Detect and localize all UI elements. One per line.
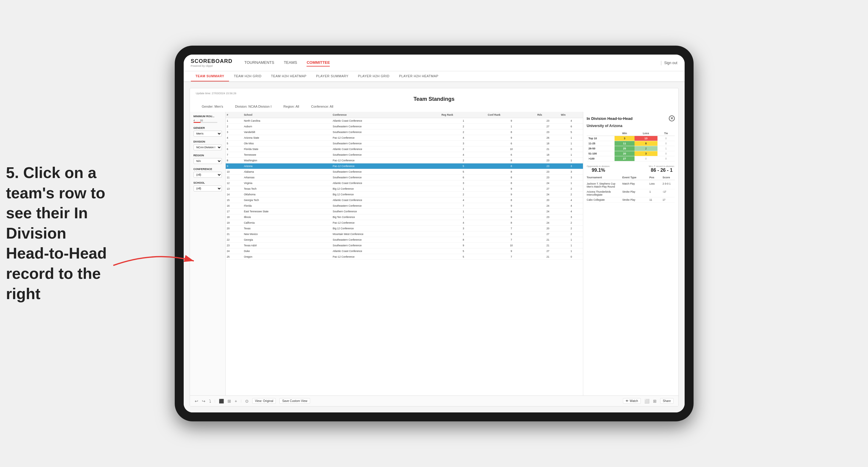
min-rounds-slider[interactable] [193,122,217,123]
table-row[interactable]: 3 Vanderbilt Southeastern Conference 2 8… [226,129,583,135]
tourney-col-score: Score [662,176,675,179]
table-row[interactable]: 2 Auburn Southeastern Conference 2 1 27 … [226,124,583,129]
top-nav-links: TOURNAMENTS TEAMS COMMITTEE [245,59,661,66]
watch-button[interactable]: 👁 Watch [623,398,641,404]
tourney-col-name: Tournament [587,176,621,179]
panel-header: Update time: 27/03/2024 15:56:26 Team St… [190,88,678,112]
col-school: School [243,112,332,118]
toolbar-right: 👁 Watch ⬜ ⊞ Share [623,398,674,404]
table-row[interactable]: 9 Arizona Pac-12 Conference 5 8 23 3 [226,163,583,169]
table-row[interactable]: 7 Tennessee Southeastern Conference 4 6 … [226,152,583,158]
main-content: Update time: 27/03/2024 15:56:26 Team St… [184,82,685,412]
h2h-header: In Division Head-to-Head ✕ [587,116,675,121]
h2h-close-button[interactable]: ✕ [669,116,675,121]
share-button[interactable]: Share [660,398,674,404]
h2h-col-tie: Tie [657,131,675,136]
h2h-col-loss: Loss [634,131,657,136]
tournament-row[interactable]: Cabo Collegiate Stroke Play 11 17 [587,197,675,203]
division-select[interactable]: NCAA Division I NCAA Division II [193,144,222,150]
tablet-screen: SCOREBOARD Powered by clippd TOURNAMENTS… [184,55,685,412]
subnav-team-h2h-heatmap[interactable]: TEAM H2H HEATMAP [266,71,311,82]
division-filter-label: Division: NCAA Division I [235,105,271,108]
table-row[interactable]: 13 Texas Tech Big 12 Conference 1 9 27 2 [226,186,583,192]
table-row[interactable]: 20 Texas Big 12 Conference 3 7 20 2 [226,226,583,231]
filter-group-school: School (All) [193,181,222,191]
panel-body: Minimum Rou... 4 — 20 [190,112,678,396]
table-row[interactable]: 1 North Carolina Atlantic Coast Conferen… [226,118,583,124]
toolbar-icon-5[interactable]: ⊞ [227,399,231,403]
toolbar-icon-4[interactable]: ⬛ [219,399,224,403]
h2h-table-row: Top 10 3 13 0 [587,136,675,141]
h2h-table-row: >100 27 0 0 [587,156,675,161]
nav-teams[interactable]: TEAMS [284,59,297,66]
toolbar-icon-2[interactable]: ↪ [202,399,206,403]
sign-out-button[interactable]: Sign out [664,61,677,65]
table-row[interactable]: 24 Duke Atlantic Coast Conference 5 9 27… [226,248,583,254]
table-row[interactable]: 25 Oregon Pac-12 Conference 5 7 21 0 [226,254,583,260]
table-row[interactable]: 10 Alabama Southeastern Conference 5 8 2… [226,169,583,175]
gender-filter-label: Gender: Men's [202,105,223,108]
col-rds: Rds [536,112,560,118]
school-select[interactable]: (All) [193,186,222,191]
h2h-title: In Division Head-to-Head [587,116,633,121]
toolbar-icon-8[interactable]: ⊞ [653,399,657,403]
toolbar-sep-1: | [215,399,216,403]
col-conference: Conference [332,112,440,118]
region-select[interactable]: N/A [193,158,222,164]
conference-select[interactable]: (All) [193,172,222,178]
h2h-table-row: 26-50 25 2 1 [587,146,675,151]
filter-group-gender: Gender Men's Women's [193,126,222,136]
table-row[interactable]: 14 Oklahoma Big 12 Conference 2 9 24 2 [226,192,583,197]
h2h-col-label [587,131,615,136]
nav-committee[interactable]: COMMITTEE [307,59,330,66]
table-row[interactable]: 6 Florida State Atlantic Coast Conferenc… [226,147,583,152]
tournament-row[interactable]: Arizona Thunderbirds Intercollegiate Str… [587,189,675,197]
logo-area: SCOREBOARD Powered by clippd [191,58,232,67]
toolbar-clock-icon[interactable]: ⊙ [245,399,249,403]
sub-nav: TEAM SUMMARY TEAM H2H GRID TEAM H2H HEAT… [184,71,685,82]
h2h-panel: In Division Head-to-Head ✕ University of… [583,112,678,396]
table-row[interactable]: 23 Texas A&M Southeastern Conference 9 1… [226,243,583,248]
filter-group-region: Region N/A [193,154,222,164]
subnav-player-h2h-heatmap[interactable]: PLAYER H2H HEATMAP [394,71,443,82]
h2h-table-header: Win Loss Tie [587,131,675,136]
table-row[interactable]: 12 Virginia Atlantic Coast Conference 3 … [226,180,583,186]
table-row[interactable]: 15 Georgia Tech Atlantic Coast Conferenc… [226,197,583,203]
update-time: Update time: 27/03/2024 15:56:26 [196,92,672,95]
save-custom-button[interactable]: Save Custom View [279,398,310,404]
app-panel: Update time: 27/03/2024 15:56:26 Team St… [190,88,679,406]
table-row[interactable]: 19 California Pac-12 Conference 4 8 24 2 [226,220,583,226]
subnav-player-summary[interactable]: PLAYER SUMMARY [311,71,353,82]
min-rounds-range: 4 — 20 [193,119,222,122]
toolbar-undo-icon[interactable]: ↩ [195,399,198,403]
tournament-row[interactable]: Jackson T. Stephens Cup Men's Match-Play… [587,181,675,189]
table-row[interactable]: 18 Illinois Big Ten Conference 1 9 23 3 [226,214,583,220]
nav-tournaments[interactable]: TOURNAMENTS [245,59,274,66]
table-row[interactable]: 16 Florida Southeastern Conference 7 9 2… [226,203,583,209]
table-row[interactable]: 8 Washington Pac-12 Conference 2 8 23 1 [226,158,583,163]
gender-select[interactable]: Men's Women's [193,131,222,136]
toolbar-icon-6[interactable]: + [235,399,237,403]
subnav-team-summary[interactable]: TEAM SUMMARY [191,71,229,82]
view-original-button[interactable]: View: Original [252,398,276,404]
table-row[interactable]: 22 Georgia Southeastern Conference 8 7 2… [226,237,583,243]
toolbar-icon-7[interactable]: ⬜ [644,399,649,403]
table-row[interactable]: 11 Arkansas Southeastern Conference 6 8 … [226,175,583,180]
nav-separator: | [660,60,662,66]
standings-table-area: # School Conference Reg Rank Conf Rank R… [226,112,583,396]
subnav-team-h2h-grid[interactable]: TEAM H2H GRID [229,71,266,82]
logo-title: SCOREBOARD [191,58,232,64]
table-row[interactable]: 21 New Mexico Mountain West Conference 1… [226,231,583,237]
subnav-player-h2h-grid[interactable]: PLAYER H2H GRID [353,71,395,82]
annotation-text: 5. Click on a team's row to see their In… [6,163,113,304]
col-conf-rank: Conf Rank [487,112,536,118]
col-num: # [226,112,243,118]
table-row[interactable]: 4 Arizona State Pac-12 Conference 4 9 26… [226,135,583,141]
table-row[interactable]: 5 Ole Miss Southeastern Conference 3 6 1… [226,141,583,147]
toolbar-sep-2: | [241,399,242,403]
h2h-table-row: 11-25 11 8 0 [587,141,675,146]
toolbar-icon-3[interactable]: ⤵ [209,399,211,403]
table-row[interactable]: 17 East Tennessee State Southern Confere… [226,209,583,214]
slider-fill [193,122,201,123]
tablet-frame: SCOREBOARD Powered by clippd TOURNAMENTS… [175,45,693,422]
